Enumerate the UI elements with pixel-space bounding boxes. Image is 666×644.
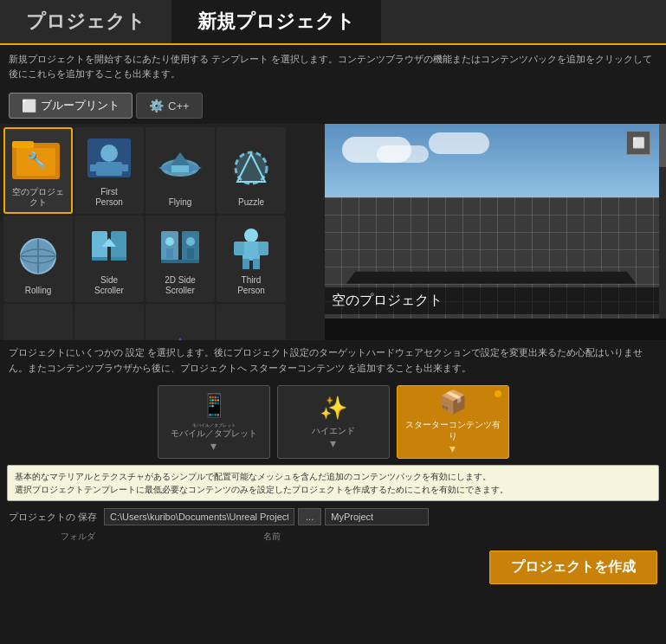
template-blank[interactable]: 🔧 空のプロジェクト xyxy=(3,127,73,214)
footer-row: プロジェクトの 保存 ... xyxy=(0,503,666,531)
cloud2 xyxy=(377,145,429,163)
template-grid: 🔧 空のプロジェクト FirstPerson xyxy=(0,124,325,340)
svg-point-5 xyxy=(100,145,118,162)
folder-label: フォルダ xyxy=(9,531,208,543)
starter-label-text: スターターコンテンツ有り xyxy=(398,419,508,441)
template-puzzle[interactable]: Puzzle xyxy=(217,127,286,214)
template-extra4[interactable] xyxy=(217,304,286,340)
project-name-input[interactable] xyxy=(325,508,429,525)
rolling-icon xyxy=(8,225,68,286)
svg-rect-40 xyxy=(253,259,260,269)
template-extra2[interactable] xyxy=(74,304,144,340)
option-starter[interactable]: 📦 スターターコンテンツ有り ▾ xyxy=(397,385,509,459)
template-extra1[interactable] xyxy=(3,304,73,340)
create-project-button[interactable]: プロジェクトを作成 xyxy=(489,551,657,584)
preview-platform xyxy=(346,272,637,284)
mobile-dropdown[interactable]: ▾ xyxy=(210,439,217,453)
field-labels: フォルダ 名前 xyxy=(0,531,666,545)
svg-marker-47 xyxy=(167,338,193,341)
blank-label: 空のプロジェクト xyxy=(12,187,64,208)
save-label: プロジェクトの 保存 xyxy=(9,511,97,524)
folder-input[interactable] xyxy=(104,508,294,525)
template-first-person[interactable]: FirstPerson xyxy=(74,127,144,214)
option-mobile[interactable]: 📱 モバイル／タブレット モバイル／タブレット ▾ xyxy=(158,385,270,459)
cpp-label: C++ xyxy=(168,100,190,113)
tab-cpp[interactable]: ⚙️ C++ xyxy=(136,93,203,119)
settings-description: プロジェクトにいくつかの 設定 を選択します。後にプロジェクト設定のターゲットハ… xyxy=(0,340,666,381)
cloud3 xyxy=(429,132,489,154)
blank-icon: 🔧 xyxy=(8,129,68,187)
svg-rect-33 xyxy=(166,248,173,259)
preview-panel: ⬜ 空のプロジェクト xyxy=(325,124,666,340)
tooltip-box: 基本的なマテリアルとテクスチャがあるシンプルで配置可能なメッシュを含んだ追加のコ… xyxy=(7,465,659,501)
svg-point-35 xyxy=(244,229,258,242)
main-content: 🔧 空のプロジェクト FirstPerson xyxy=(0,124,666,340)
extra1-icon xyxy=(8,324,68,340)
name-label: 名前 xyxy=(211,531,333,543)
mobile-label-text: モバイル／タブレット xyxy=(166,428,262,439)
mode-tabs: ⬜ ブループリント ⚙️ C++ xyxy=(0,87,666,124)
folder-browse-button[interactable]: ... xyxy=(298,508,321,525)
template-flying[interactable]: Flying xyxy=(145,127,215,214)
tab-projects[interactable]: プロジェクト xyxy=(0,0,171,43)
highend-label-text: ハイエンド xyxy=(307,425,359,436)
starter-icon: 📦 xyxy=(439,389,467,415)
svg-rect-38 xyxy=(258,242,268,255)
project-description: 新規プロジェクトを開始するにあたり使用する テンプレート を選択します。コンテン… xyxy=(0,45,666,87)
cpp-icon: ⚙️ xyxy=(149,99,164,113)
third-person-icon xyxy=(221,217,281,275)
tooltip-line1: 基本的なマテリアルとテクスチャがあるシンプルで配置可能なメッシュを含んだ追加のコ… xyxy=(15,470,651,483)
blueprint-icon: ⬜ xyxy=(22,99,36,113)
svg-point-31 xyxy=(165,237,174,246)
svg-rect-34 xyxy=(187,248,194,259)
svg-rect-39 xyxy=(242,259,249,269)
extra4-icon xyxy=(221,324,281,340)
svg-text:🔧: 🔧 xyxy=(27,151,47,170)
flying-icon xyxy=(150,137,210,197)
extra3-icon xyxy=(150,324,210,340)
puzzle-label: Puzzle xyxy=(238,197,264,208)
svg-rect-36 xyxy=(242,242,260,261)
path-inputs: ... xyxy=(104,508,657,525)
highend-icon: ✨ xyxy=(320,395,347,422)
puzzle-icon xyxy=(221,137,281,197)
preview-scrollbar[interactable] xyxy=(659,124,666,319)
svg-rect-30 xyxy=(161,260,199,263)
rolling-label: Rolling xyxy=(25,286,52,296)
template-2d-side-scroller[interactable]: 2D SideScroller xyxy=(145,216,215,302)
blueprint-label: ブループリント xyxy=(41,98,120,113)
create-button-row: プロジェクトを作成 xyxy=(0,545,666,589)
svg-rect-8 xyxy=(118,164,128,171)
side-scroller-icon xyxy=(79,217,139,275)
highend-dropdown[interactable]: ▾ xyxy=(330,436,336,450)
svg-rect-37 xyxy=(234,242,244,255)
2d-side-scroller-label: 2D SideScroller xyxy=(165,275,196,296)
options-row: 📱 モバイル／タブレット モバイル／タブレット ▾ ✨ ハイエンド ▾ 📦 スタ… xyxy=(0,381,666,463)
starter-dropdown[interactable]: ▾ xyxy=(449,441,456,455)
preview-title: 空のプロジェクト xyxy=(325,287,659,314)
side-scroller-label: SideScroller xyxy=(94,275,124,296)
first-person-label: FirstPerson xyxy=(95,187,123,208)
svg-rect-1 xyxy=(12,141,34,148)
svg-point-32 xyxy=(186,237,195,246)
template-extra3[interactable] xyxy=(145,304,215,340)
svg-rect-25 xyxy=(92,257,107,261)
tab-new-project[interactable]: 新規プロジェクト xyxy=(171,0,381,43)
mobile-icon: 📱 xyxy=(200,392,228,419)
option-highend[interactable]: ✨ ハイエンド ▾ xyxy=(277,385,390,459)
extra2-icon xyxy=(79,324,139,340)
third-person-label: ThirdPerson xyxy=(237,275,265,296)
template-third-person[interactable]: ThirdPerson xyxy=(217,216,286,302)
starter-indicator xyxy=(495,390,501,397)
template-side-scroller[interactable]: SideScroller xyxy=(74,216,144,302)
tooltip-line2: 選択プロジェクトテンプレートに最低必要なコンテンツのみを設定したプロジェクトを作… xyxy=(15,483,651,496)
header: プロジェクト 新規プロジェクト xyxy=(0,0,666,45)
flying-label: Flying xyxy=(169,197,192,208)
2d-side-scroller-icon xyxy=(150,217,210,275)
svg-rect-7 xyxy=(90,164,100,171)
svg-rect-26 xyxy=(111,257,126,261)
template-rolling[interactable]: Rolling xyxy=(3,216,73,302)
first-person-icon xyxy=(79,129,139,187)
tab-blueprint[interactable]: ⬜ ブループリント xyxy=(9,93,133,119)
preview-scrollbar-thumb[interactable] xyxy=(659,124,666,167)
